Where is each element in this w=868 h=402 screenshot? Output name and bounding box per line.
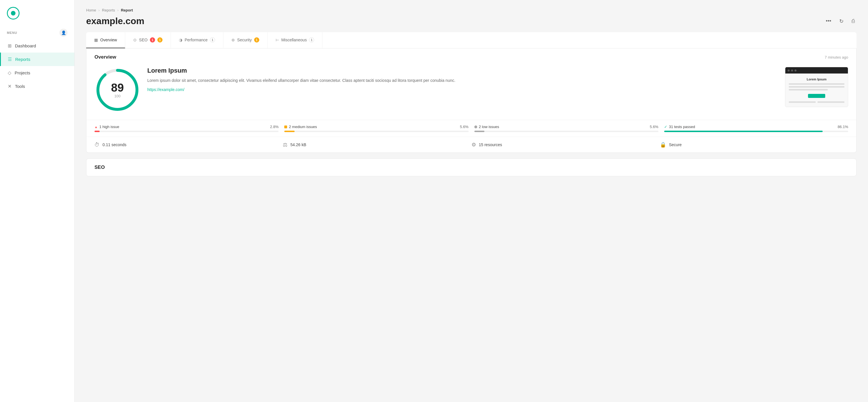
passed-text: 31 tests passed: [669, 125, 695, 129]
sidebar-item-label-projects: Projects: [14, 70, 30, 75]
preview-line-2: [789, 86, 844, 88]
overview-header: Overview 7 minutes ago: [86, 49, 856, 60]
high-issue-bar-fill: [94, 131, 100, 132]
tab-seo[interactable]: ⊙ SEO 1 1: [125, 32, 171, 48]
stat-time: ⏱ 0.11 seconds: [94, 142, 283, 148]
medium-issue-text: 2 medium issues: [289, 125, 317, 129]
site-name: Lorem Ipsum: [147, 67, 778, 74]
medium-issue-pct: 5.6%: [460, 125, 469, 129]
breadcrumb-sep-1: ›: [98, 8, 100, 12]
passed-bar-bg: [664, 131, 848, 132]
low-issue-text: 2 low issues: [479, 125, 499, 129]
size-icon: ⚖: [283, 142, 287, 148]
issues-row: ▲ 1 high issue 2.8% 2 medium issues: [86, 120, 856, 137]
sidebar-item-label-dashboard: Dashboard: [15, 43, 36, 48]
preview-cta-btn: [808, 94, 825, 98]
menu-profile-icon[interactable]: 👤: [59, 29, 67, 37]
logo: [0, 0, 74, 24]
stat-resources: ⚙ 15 resources: [471, 142, 660, 148]
security-badge: 1: [254, 37, 259, 42]
passed-bar-fill: [664, 131, 823, 132]
tab-performance-label: Performance: [185, 38, 208, 42]
menu-label: MENU: [7, 31, 17, 34]
sidebar-nav: ⊞ Dashboard ☰ Reports ◇ Projects ✕ Tools: [0, 39, 74, 93]
preview-bar: [785, 67, 848, 73]
print-button[interactable]: ⎙: [850, 17, 857, 26]
time-icon: ⏱: [94, 142, 100, 148]
seo-section-title: SEO: [94, 164, 105, 170]
high-issue-pct: 2.8%: [270, 125, 279, 129]
performance-tab-icon: ◑: [179, 38, 182, 42]
seo-section: SEO: [86, 158, 857, 176]
tab-performance[interactable]: ◑ Performance 1: [171, 32, 223, 48]
site-url[interactable]: https://example.com/: [147, 87, 184, 92]
issue-medium-label-row: 2 medium issues 5.6%: [284, 125, 468, 129]
resources-icon: ⚙: [471, 142, 476, 148]
tab-miscellaneous-label: Miscellaneous: [281, 38, 307, 42]
low-issue-bar-bg: [474, 131, 658, 132]
breadcrumb: Home › Reports › Report: [86, 8, 857, 12]
medium-issue-bar-bg: [284, 131, 468, 132]
projects-icon: ◇: [8, 70, 11, 75]
sidebar: MENU 👤 ⊞ Dashboard ☰ Reports ◇ Projects …: [0, 0, 75, 402]
high-issue-icon: ▲: [94, 125, 98, 129]
issue-passed: ✓ 31 tests passed 86.1%: [664, 125, 848, 132]
sidebar-item-label-tools: Tools: [15, 84, 25, 89]
seo-tab-icon: ⊙: [133, 38, 137, 42]
stat-size-label: 54.26 kB: [290, 143, 306, 147]
medium-issue-dot: [284, 125, 287, 128]
sidebar-item-tools[interactable]: ✕ Tools: [0, 80, 74, 93]
overview-time: 7 minutes ago: [825, 55, 848, 59]
preview-dot-1: [787, 69, 789, 71]
security-tab-icon: ⊛: [231, 38, 235, 42]
breadcrumb-home[interactable]: Home: [86, 8, 96, 12]
issue-passed-label-row: ✓ 31 tests passed 86.1%: [664, 125, 848, 129]
issue-high-label: ▲ 1 high issue: [94, 125, 119, 129]
issue-low-label-row: 2 low issues 5.6%: [474, 125, 658, 129]
overview-card: Overview 7 minutes ago 89 100: [86, 49, 857, 153]
tab-miscellaneous[interactable]: ⊢ Miscellaneous 1: [268, 32, 323, 48]
logo-icon: [7, 7, 20, 20]
breadcrumb-reports[interactable]: Reports: [102, 8, 115, 12]
overview-content: 89 100 Lorem Ipsum Lorem ipsum dolor sit…: [86, 60, 856, 120]
stat-size: ⚖ 54.26 kB: [283, 142, 471, 148]
more-button[interactable]: •••: [824, 17, 833, 26]
performance-badge: 1: [210, 37, 215, 42]
low-issue-bar-fill: [474, 131, 485, 132]
menu-label-row: MENU 👤: [0, 24, 74, 39]
stats-row: ⏱ 0.11 seconds ⚖ 54.26 kB ⚙ 15 resources…: [86, 137, 856, 152]
score-max: 100: [111, 94, 124, 98]
sidebar-item-label-reports: Reports: [15, 57, 30, 62]
refresh-button[interactable]: ↻: [838, 17, 845, 26]
issue-passed-label: ✓ 31 tests passed: [664, 125, 695, 129]
site-description: Lorem ipsum dolor sit amet, consectetur …: [147, 77, 778, 84]
issue-high-label-row: ▲ 1 high issue 2.8%: [94, 125, 279, 129]
score-circle: 89 100: [94, 67, 141, 113]
tab-overview[interactable]: ▦ Overview: [86, 32, 125, 48]
tools-icon: ✕: [8, 84, 11, 89]
breadcrumb-current: Report: [121, 8, 133, 12]
tab-security[interactable]: ⊛ Security 1: [223, 32, 268, 48]
stat-secure: 🔒 Secure: [660, 142, 848, 148]
low-issue-pct: 5.6%: [650, 125, 658, 129]
sidebar-item-dashboard[interactable]: ⊞ Dashboard: [0, 39, 74, 53]
page-header: example.com ••• ↻ ⎙: [86, 16, 857, 26]
preview-footer: [789, 101, 844, 103]
stat-time-label: 0.11 seconds: [102, 143, 126, 147]
sidebar-item-reports[interactable]: ☰ Reports: [0, 53, 74, 66]
high-issue-bar-bg: [94, 131, 279, 132]
tab-overview-label: Overview: [100, 38, 117, 42]
seo-badge-red: 1: [150, 37, 155, 42]
issue-high: ▲ 1 high issue 2.8%: [94, 125, 284, 132]
high-issue-text: 1 high issue: [99, 125, 119, 129]
low-issue-dot: [474, 125, 477, 128]
secure-icon: 🔒: [660, 142, 666, 148]
medium-issue-bar-fill: [284, 131, 294, 132]
header-actions: ••• ↻ ⎙: [824, 17, 857, 26]
main-content: Home › Reports › Report example.com ••• …: [75, 0, 868, 402]
reports-icon: ☰: [8, 57, 12, 62]
tab-security-label: Security: [237, 38, 252, 42]
issue-low: 2 low issues 5.6%: [474, 125, 664, 132]
passed-pct: 86.1%: [838, 125, 848, 129]
sidebar-item-projects[interactable]: ◇ Projects: [0, 66, 74, 80]
